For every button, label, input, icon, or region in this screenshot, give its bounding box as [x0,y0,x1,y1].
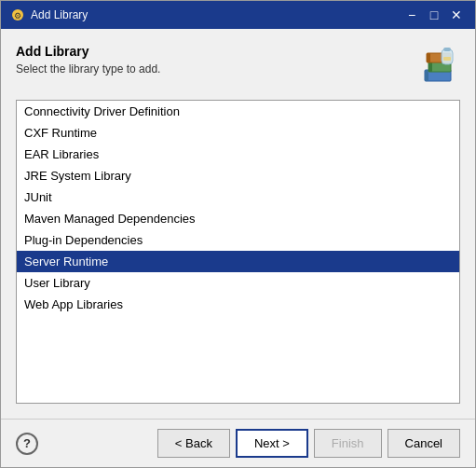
title-bar-text: Add Library [31,8,402,21]
list-item[interactable]: User Library [17,272,459,294]
svg-rect-9 [443,48,451,51]
header-section: Add Library Select the library type to a… [16,44,460,89]
maximize-button[interactable]: □ [425,6,443,24]
svg-text:⚙: ⚙ [14,11,21,21]
dialog-title: Add Library [16,44,160,59]
list-item[interactable]: Connectivity Driver Definition [17,101,459,122]
help-button[interactable]: ? [16,433,38,455]
list-item[interactable]: CXF Runtime [17,122,459,144]
next-button[interactable]: Next > [236,429,308,458]
svg-rect-10 [443,57,451,61]
list-item-selected[interactable]: Server Runtime [17,251,459,272]
footer-buttons: < Back Next > Finish Cancel [157,429,460,458]
footer-left: ? [16,433,38,455]
library-type-list[interactable]: Connectivity Driver Definition CXF Runti… [16,100,460,404]
minimize-button[interactable]: − [402,6,421,24]
list-item[interactable]: EAR Libraries [17,144,459,165]
title-bar: ⚙ Add Library − □ ✕ [1,1,475,29]
books-icon [415,44,460,89]
svg-rect-7 [427,53,430,62]
list-item[interactable]: JUnit [17,186,459,208]
window-icon: ⚙ [10,7,25,22]
list-item[interactable]: JRE System Library [17,165,459,186]
svg-rect-3 [425,70,428,81]
add-library-window: ⚙ Add Library − □ ✕ Add Library Select t… [0,0,476,468]
header-text: Add Library Select the library type to a… [16,44,160,76]
list-item[interactable]: Web App Libraries [17,294,459,315]
close-button[interactable]: ✕ [447,6,466,24]
dialog-subtitle: Select the library type to add. [16,62,160,76]
main-content: Add Library Select the library type to a… [1,29,475,419]
list-item[interactable]: Plug-in Dependencies [17,229,459,251]
cancel-button[interactable]: Cancel [388,429,460,458]
finish-button[interactable]: Finish [314,429,382,458]
back-button[interactable]: < Back [157,429,230,458]
window-controls: − □ ✕ [402,6,466,24]
footer: ? < Back Next > Finish Cancel [1,419,475,467]
list-item[interactable]: Maven Managed Dependencies [17,208,459,229]
